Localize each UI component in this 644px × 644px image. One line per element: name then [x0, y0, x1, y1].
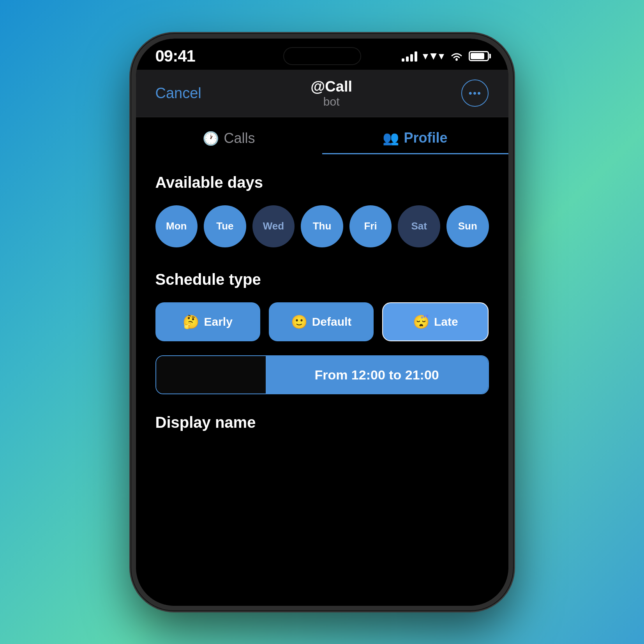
day-fri[interactable]: Fri [349, 205, 392, 248]
nav-title-main: @Call [311, 78, 352, 95]
svg-point-0 [455, 58, 458, 61]
day-sun[interactable]: Sun [446, 205, 489, 248]
phone-frame: 09:41 ▾▼▾ Cancel [131, 34, 513, 610]
display-name-title: Display name [155, 414, 489, 431]
day-tue[interactable]: Tue [204, 205, 246, 248]
tab-calls-label: Calls [224, 130, 255, 146]
nav-title-sub: bot [311, 95, 352, 108]
schedule-late-button[interactable]: 😴 Late [382, 302, 489, 341]
battery-icon [469, 51, 489, 61]
dynamic-island [283, 47, 361, 65]
available-days-title: Available days [155, 174, 489, 191]
nav-title: @Call bot [311, 78, 352, 108]
time-range-bar[interactable]: From 12:00 to 21:00 [155, 355, 489, 394]
signal-bars-icon [402, 51, 417, 62]
wifi-icon: ▾▼▾ [423, 49, 445, 62]
tab-bar: 🕐 Calls 👥 Profile [136, 117, 508, 154]
day-sat[interactable]: Sat [398, 205, 440, 248]
more-options-button[interactable]: ••• [461, 79, 489, 107]
ellipsis-icon: ••• [469, 88, 482, 98]
schedule-early-button[interactable]: 🤔 Early [155, 302, 260, 341]
schedule-default-button[interactable]: 🙂 Default [269, 302, 374, 341]
time-range-empty-portion [156, 356, 266, 393]
nav-bar: Cancel @Call bot ••• [136, 70, 508, 117]
wifi-icon-svg [450, 51, 463, 61]
day-mon[interactable]: Mon [155, 205, 198, 248]
tab-profile[interactable]: 👥 Profile [322, 121, 508, 154]
default-emoji: 🙂 [291, 314, 307, 330]
screen: 09:41 ▾▼▾ Cancel [136, 39, 508, 606]
late-label: Late [434, 315, 458, 328]
calls-icon: 🕐 [203, 131, 219, 146]
schedule-type-title: Schedule type [155, 271, 489, 288]
tab-profile-label: Profile [404, 130, 447, 146]
tab-calls[interactable]: 🕐 Calls [136, 121, 322, 154]
time-range-text: From 12:00 to 21:00 [314, 367, 439, 383]
schedule-type-row: 🤔 Early 🙂 Default 😴 Late [155, 302, 489, 341]
early-emoji: 🤔 [183, 314, 199, 330]
status-icons: ▾▼▾ [402, 49, 489, 62]
late-emoji: 😴 [413, 314, 429, 330]
early-label: Early [204, 315, 232, 328]
profile-icon: 👥 [383, 130, 399, 146]
day-wed[interactable]: Wed [252, 205, 295, 248]
time-range-filled-portion: From 12:00 to 21:00 [266, 356, 488, 393]
default-label: Default [312, 315, 352, 328]
content-area: Available days Mon Tue Wed Thu Fri [136, 154, 508, 606]
battery-fill [471, 53, 485, 59]
days-row: Mon Tue Wed Thu Fri Sat Sun [155, 205, 489, 248]
status-time: 09:41 [155, 47, 195, 65]
cancel-button[interactable]: Cancel [155, 85, 201, 102]
day-thu[interactable]: Thu [301, 205, 343, 248]
